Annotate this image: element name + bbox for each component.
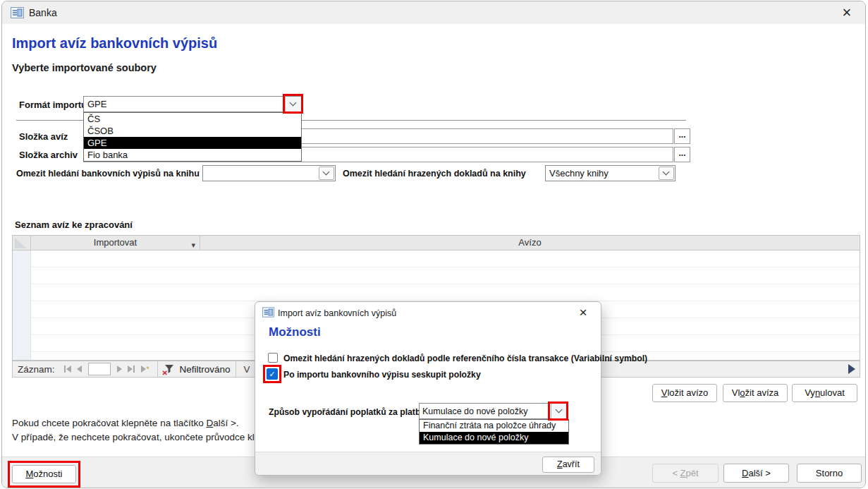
close-icon[interactable]: × [836, 2, 858, 23]
chevron-down-icon[interactable] [659, 167, 674, 180]
format-dropdown-list: ČS ČSOB GPE Fio banka [83, 112, 302, 162]
record-number-input[interactable] [88, 363, 111, 375]
omezit-doklady-value: Všechny knihy [549, 168, 609, 179]
dropdown-option-gpe[interactable]: GPE [84, 137, 301, 149]
tip-line-1: Pokud chcete pokračovat klepněte na tlač… [12, 418, 239, 428]
checkbox-omezit-reference[interactable] [268, 353, 278, 363]
modal-title: Import avíz bankovních výpisů [278, 308, 396, 318]
browse-archiv-button[interactable]: ... [674, 147, 690, 162]
dropdown-option-cs[interactable]: ČS [84, 113, 301, 125]
banka-dialog: Banka × Import avíz bankovních výpisů Vy… [1, 1, 866, 488]
chevron-down-icon[interactable] [285, 97, 301, 111]
page-subtitle: Vyberte importované soubory [12, 62, 157, 73]
filter-cleared-x-icon: ✕ [161, 369, 167, 377]
page-title: Import avíz bankovních výpisů [12, 35, 217, 52]
table-caption: Seznam avíz ke zpracování [15, 219, 133, 230]
format-import-label: Formát importu [19, 99, 87, 110]
modal-heading: Možnosti [269, 325, 321, 339]
zavrit-button[interactable]: Zavřít [542, 457, 594, 473]
omezit-doklady-combobox[interactable]: Všechny knihy [545, 165, 676, 181]
checkbox-seskupit-polozky-label: Po importu bankovního výpisu seskupit po… [283, 370, 481, 380]
chevron-down-icon[interactable] [319, 167, 334, 180]
vlozit-avizo-button[interactable]: Vložit avízo [652, 384, 717, 402]
browse-aviz-button[interactable]: ... [674, 128, 690, 144]
previous-record-icon[interactable] [77, 366, 82, 373]
dropdown-option-fio[interactable]: Fio banka [84, 149, 301, 161]
last-record-icon[interactable] [128, 366, 135, 373]
tip-line-2: V případě, že nechcete pokračovat, ukonč… [12, 432, 270, 442]
format-import-combobox[interactable]: GPE [83, 96, 302, 112]
dropdown-option-kumulace[interactable]: Kumulace do nové položky [420, 432, 568, 444]
checkbox-seskupit-polozky[interactable]: ✓ [267, 368, 278, 380]
zpusob-vyporadani-value: Kumulace do nové položky [422, 406, 527, 416]
storno-button[interactable]: Storno [797, 464, 862, 483]
slozka-aviz-label: Složka avíz [19, 131, 68, 142]
dropdown-option-financni-ztrata[interactable]: Finanční ztráta na položce úhrady [420, 420, 568, 432]
new-record-icon[interactable]: * [141, 366, 149, 373]
zpusob-dropdown-list: Finanční ztráta na položce úhrady Kumula… [419, 419, 569, 445]
vynulovat-button[interactable]: Vynulovat [792, 384, 857, 402]
vlozit-aviza-button[interactable]: Vložit avíza [723, 384, 788, 402]
checkbox-omezit-reference-label: Omezit hledání hrazených dokladů podle r… [283, 354, 647, 363]
dropdown-option-csob[interactable]: ČSOB [84, 125, 301, 137]
column-header-avizo[interactable]: Avízo [200, 236, 860, 250]
scroll-right-icon[interactable] [848, 364, 855, 374]
record-selector-strip [13, 250, 31, 360]
first-record-icon[interactable] [63, 366, 71, 373]
omezit-doklady-label: Omezit hledání hrazených dokladů na knih… [343, 169, 526, 179]
row-selector-header[interactable] [13, 236, 31, 250]
form-icon [262, 307, 274, 318]
close-icon[interactable]: × [574, 303, 592, 322]
window-title: Banka [29, 7, 57, 18]
navbar-divider [157, 361, 158, 377]
filter-icon[interactable]: ✕ [164, 363, 175, 375]
title-bar: Banka × [2, 1, 865, 24]
filter-status-label[interactable]: Nefiltrováno [179, 364, 230, 375]
record-label: Záznam: [18, 364, 55, 375]
column-header-importovat[interactable]: Importovat ▾ [31, 236, 200, 250]
omezit-vypisy-combobox[interactable] [202, 165, 336, 181]
search-input[interactable]: V [243, 364, 250, 375]
moznosti-button[interactable]: Možnosti [12, 465, 76, 483]
form-icon [11, 7, 24, 18]
dalsi-button[interactable]: Další > [723, 464, 789, 483]
table-header-row: Importovat ▾ Avízo [13, 236, 860, 250]
slozka-archiv-label: Složka archiv [19, 150, 78, 160]
diagonal-corner-icon [15, 238, 27, 248]
zpet-button[interactable]: < Zpět [652, 464, 719, 483]
navbar-divider [236, 361, 236, 377]
filter-caret-icon[interactable]: ▾ [191, 238, 195, 252]
omezit-vypisy-label: Omezit hledání bankovních výpisů na knih… [16, 169, 200, 179]
options-modal: Import avíz bankovních výpisů × Možnosti… [255, 301, 601, 476]
next-record-icon[interactable] [117, 366, 122, 373]
format-import-value: GPE [87, 99, 106, 109]
chevron-down-icon[interactable] [551, 404, 567, 418]
zpusob-vyporadani-combobox[interactable]: Kumulace do nové položky [419, 403, 568, 419]
